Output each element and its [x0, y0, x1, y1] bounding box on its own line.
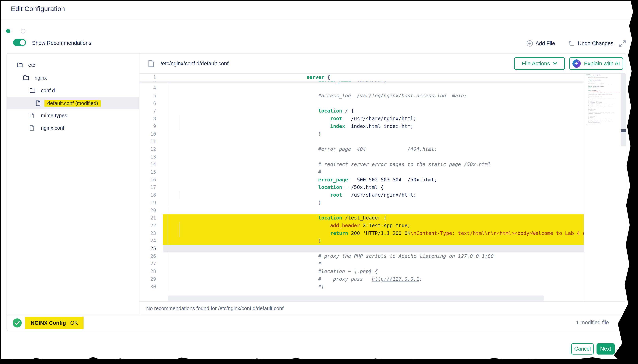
- indent-guide: [168, 207, 168, 214]
- step-connector: [11, 31, 20, 32]
- code-line: }: [306, 237, 321, 245]
- line-number: 23: [140, 230, 156, 237]
- screenshot-stage: Edit Configuration Show Recommendations …: [0, 0, 638, 364]
- code-line: # proxy_pass http://127.0.0.1;: [306, 275, 422, 283]
- indent-guide: [168, 237, 168, 245]
- line-number: 28: [140, 268, 156, 275]
- show-recommendations-toggle[interactable]: [13, 39, 26, 46]
- indent-guide: [168, 138, 168, 146]
- folder-icon: [17, 62, 23, 68]
- code-editor[interactable]: 3 server_name localhost;45 #access_log /…: [140, 74, 584, 301]
- tree-item-nginx.conf[interactable]: nginx.conf: [7, 122, 139, 134]
- recommendations-divider: [140, 301, 625, 302]
- file-actions-button[interactable]: File Actions: [514, 57, 565, 70]
- code-line: server {: [306, 74, 330, 81]
- indent-guide: [168, 268, 168, 275]
- code-line: #access_log /var/log/nginx/host.access.l…: [306, 92, 467, 100]
- line-number: 29: [140, 275, 156, 283]
- undo-changes-button[interactable]: Undo Changes: [568, 40, 613, 47]
- line-number: 10: [140, 130, 156, 138]
- edit-configuration-dialog: Edit Configuration Show Recommendations …: [1, 2, 634, 359]
- next-label: Next: [600, 346, 611, 352]
- indent-guide: [168, 275, 168, 283]
- expand-icon[interactable]: [618, 40, 626, 48]
- explain-ai-label: Explain with AI: [584, 60, 620, 67]
- indent-guide: [180, 230, 180, 237]
- indent-guide: [168, 260, 168, 268]
- tree-item-default.conf[interactable]: default.conf (modified): [7, 97, 139, 109]
- undo-icon: [568, 40, 575, 47]
- step-2-dot[interactable]: [21, 29, 26, 34]
- code-line: # proxy the PHP scripts to Apache listen…: [306, 252, 494, 260]
- file-tree: etcnginxconf.ddefault.conf (modified)mim…: [7, 54, 139, 315]
- header-divider: [1, 20, 638, 20]
- line-number: 7: [140, 107, 156, 115]
- add-file-button[interactable]: Add File: [526, 40, 555, 47]
- tree-item-label: mime.types: [38, 112, 70, 119]
- horizontal-scrollbar-thumb[interactable]: [168, 296, 543, 301]
- indent-guide: [168, 199, 168, 207]
- line-number: 1: [140, 74, 156, 81]
- code-line: #error_page 404 /404.html;: [306, 146, 437, 153]
- indent-guide: [168, 84, 168, 92]
- indent-guide: [168, 130, 168, 138]
- minimap[interactable]: server { listen 80 default_server; serve…: [584, 74, 621, 301]
- code-line: #location ~ \.php$ {: [306, 268, 378, 275]
- vertical-scrollbar[interactable]: [620, 74, 626, 301]
- code-line: # redirect server error pages to the sta…: [306, 161, 491, 168]
- code-line: index index.html index.htm;: [306, 122, 413, 130]
- config-status-label: NGINX Config: [31, 320, 66, 326]
- file-path: /etc/nginx/conf.d/default.conf: [161, 60, 229, 67]
- code-line: #}: [306, 283, 324, 291]
- file-icon: [30, 125, 34, 131]
- line-number: 21: [140, 214, 156, 222]
- tree-item-label: nginx.conf: [38, 124, 67, 131]
- indent-guide: [168, 252, 168, 260]
- line-number: 9: [140, 122, 156, 130]
- code-line: root /usr/share/nginx/html;: [306, 191, 416, 199]
- modified-files-text: 1 modified file.: [512, 320, 610, 326]
- page-title: Edit Configuration: [11, 5, 65, 13]
- code-line: #: [306, 168, 321, 176]
- code-line: root /usr/share/nginx/html;: [306, 115, 416, 122]
- plus-circle-icon: [526, 40, 533, 47]
- explain-with-ai-button[interactable]: ✦ ✦ Explain with AI: [569, 57, 623, 70]
- vertical-scrollbar-thumb[interactable]: [620, 74, 626, 146]
- indent-guide: [168, 115, 168, 122]
- indent-guide: [168, 191, 168, 199]
- tree-item-label: conf.d: [38, 87, 58, 94]
- file-icon: [30, 112, 34, 118]
- line-number: 15: [140, 168, 156, 176]
- indent-guide: [168, 161, 168, 168]
- sticky-scroll-line[interactable]: 1server {: [140, 74, 584, 82]
- line-number: 11: [140, 138, 156, 146]
- indent-guide: [180, 222, 180, 230]
- code-line: location = /50x.html {: [306, 184, 384, 191]
- tree-item-nginx[interactable]: nginx: [7, 72, 139, 84]
- tree-item-etc[interactable]: etc: [7, 59, 139, 71]
- indent-guide: [168, 184, 168, 191]
- indent-guide: [180, 115, 180, 122]
- folder-icon: [23, 75, 29, 80]
- indent-guide: [168, 176, 168, 184]
- overview-ruler-modified-marker: [620, 129, 626, 132]
- next-button[interactable]: Next: [596, 343, 615, 354]
- line-number: 18: [140, 191, 156, 199]
- line-number: 16: [140, 176, 156, 184]
- active-line-highlight: [163, 245, 584, 252]
- code-line: #: [306, 260, 321, 268]
- indent-guide: [168, 122, 168, 130]
- tree-item-mime.types[interactable]: mime.types: [7, 109, 139, 122]
- indent-guide: [168, 283, 168, 291]
- code-line: add_header X-Test-App true;: [306, 222, 410, 230]
- code-line: location /test_header {: [306, 214, 387, 222]
- ai-sparkle-icon: ✦ ✦: [572, 60, 581, 68]
- tree-item-conf.d[interactable]: conf.d: [7, 84, 139, 96]
- step-1-dot[interactable]: [6, 29, 10, 33]
- indent-guide: [168, 214, 168, 222]
- line-number: 8: [140, 115, 156, 122]
- tree-item-label: nginx: [32, 74, 50, 81]
- indent-guide: [168, 222, 168, 230]
- cancel-button[interactable]: Cancel: [571, 343, 594, 354]
- line-number: 27: [140, 260, 156, 268]
